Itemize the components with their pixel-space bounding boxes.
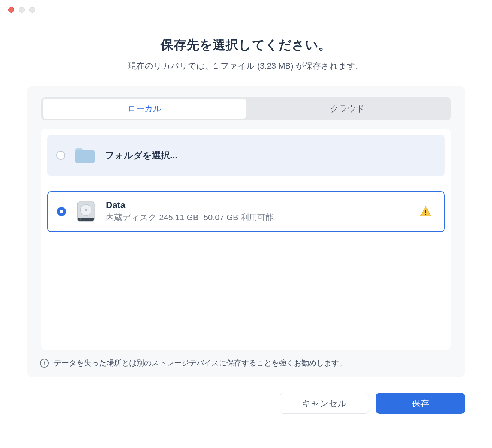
page-subtitle: 現在のリカバリでは、1 ファイル (3.23 MB) が保存されます。 — [0, 60, 492, 72]
page-title: 保存先を選択してください。 — [0, 36, 492, 54]
tab-local[interactable]: ローカル — [43, 99, 246, 119]
destination-tabs: ローカル クラウド — [41, 97, 451, 120]
svg-point-2 — [85, 209, 87, 211]
advice-footer: i データを失った場所とは別のストレージデバイスに保存することを強くお勧めします… — [27, 350, 465, 377]
svg-point-6 — [425, 214, 426, 215]
destination-card: ローカル クラウド フォルダを選択... — [27, 86, 465, 377]
disk-name: Data — [106, 200, 410, 210]
radio-button[interactable] — [56, 151, 65, 160]
window-titlebar — [0, 0, 492, 20]
warning-icon — [419, 205, 432, 218]
action-bar: キャンセル 保存 — [280, 393, 465, 414]
destination-list: フォルダを選択... Data 内蔵ディスク 245.11 GB -50.07 … — [41, 129, 451, 350]
radio-button-selected[interactable] — [57, 207, 66, 216]
select-folder-label: フォルダを選択... — [105, 149, 436, 161]
advice-text: データを失った場所とは別のストレージデバイスに保存することを強くお勧めします。 — [54, 358, 346, 368]
disk-details: 内蔵ディスク 245.11 GB -50.07 GB 利用可能 — [106, 212, 410, 223]
option-disk-data[interactable]: Data 内蔵ディスク 245.11 GB -50.07 GB 利用可能 — [47, 191, 445, 232]
minimize-window-button[interactable] — [19, 7, 25, 13]
hard-disk-icon — [75, 201, 97, 222]
svg-point-4 — [80, 219, 81, 220]
save-button[interactable]: 保存 — [376, 393, 465, 414]
divider — [46, 183, 446, 183]
svg-rect-5 — [425, 210, 426, 213]
tab-cloud[interactable]: クラウド — [246, 99, 449, 119]
option-select-folder[interactable]: フォルダを選択... — [47, 135, 445, 176]
info-icon: i — [40, 359, 49, 368]
cancel-button[interactable]: キャンセル — [280, 393, 369, 414]
folder-icon — [74, 144, 96, 166]
maximize-window-button[interactable] — [29, 7, 35, 13]
close-window-button[interactable] — [8, 7, 14, 13]
